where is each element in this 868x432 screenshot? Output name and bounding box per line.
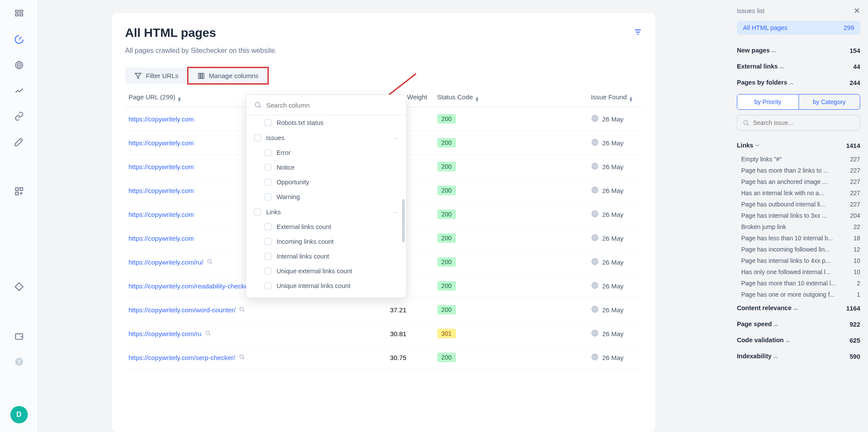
checkbox-icon[interactable] <box>264 268 271 275</box>
issue-item[interactable]: Page has an anchored image ...227 <box>737 176 860 187</box>
checkbox-icon[interactable] <box>264 164 271 171</box>
target-icon <box>591 138 599 147</box>
issue-group[interactable]: Indexability ︿590 <box>737 348 860 364</box>
sort-icon[interactable] <box>634 28 642 38</box>
dropdown-scrollbar[interactable] <box>402 199 405 242</box>
nav-link-icon[interactable] <box>14 111 24 121</box>
column-option[interactable]: Opportunity <box>246 175 406 190</box>
column-group[interactable]: Issues︿ <box>246 130 406 145</box>
column-group[interactable]: Links︿ <box>246 204 406 219</box>
nav-trend-icon[interactable] <box>14 85 24 96</box>
nav-diamond-icon[interactable] <box>14 281 24 292</box>
checkbox-icon[interactable] <box>264 179 271 186</box>
column-search[interactable] <box>246 95 406 115</box>
issue-item[interactable]: Page has more than 2 links to ...227 <box>737 165 860 176</box>
issue-search[interactable] <box>737 115 860 131</box>
svg-line-65 <box>259 106 261 108</box>
issue-item[interactable]: Page has internal links to 4xx p...10 <box>737 255 860 266</box>
checkbox-icon[interactable] <box>264 193 271 200</box>
checkbox-icon[interactable] <box>264 223 271 230</box>
issue-group[interactable]: Links ﹀1414 <box>737 137 860 154</box>
issue-item[interactable]: Page has less than 10 internal b...18 <box>737 232 860 244</box>
status-badge: 200 <box>437 233 456 243</box>
all-html-pages-pill[interactable]: All HTML pages 299 <box>737 21 860 35</box>
issue-item[interactable]: Broken jump link22 <box>737 221 860 232</box>
checkbox-icon[interactable] <box>264 238 271 245</box>
summary-row[interactable]: External links ︿44 <box>737 59 860 75</box>
page-url-link[interactable]: https://copywritely.com/serp-checker/ <box>129 354 235 361</box>
nav-wallet-icon[interactable] <box>14 331 24 341</box>
issue-item[interactable]: Page has incoming followed lin...12 <box>737 244 860 255</box>
svg-point-28 <box>594 166 595 167</box>
page-url-link[interactable]: https://copywritely.com/ru/ <box>129 259 203 266</box>
page-url-link[interactable]: https://copywritely.com <box>129 163 194 170</box>
issue-item[interactable]: Page has outbound internal li...227 <box>737 199 860 210</box>
svg-point-58 <box>240 355 243 358</box>
svg-rect-8 <box>20 188 22 190</box>
column-option[interactable]: Robots.txt status <box>246 115 406 130</box>
page-url-link[interactable]: https://copywritely.com <box>129 187 194 194</box>
column-option[interactable]: Internal links count <box>246 249 406 264</box>
magnify-icon[interactable] <box>207 259 213 266</box>
checkbox-icon[interactable] <box>264 282 271 289</box>
page-url-link[interactable]: https://copywritely.com/readability-chec… <box>129 282 252 290</box>
table-row: https://copywritely.com/word-counter/37.… <box>125 298 642 322</box>
issue-item[interactable]: Has only one followed internal l...10 <box>737 266 860 278</box>
avatar[interactable]: D <box>10 406 28 423</box>
svg-rect-9 <box>15 192 18 195</box>
tab-by-category[interactable]: by Category <box>799 95 860 109</box>
issue-group[interactable]: Code validation ︿625 <box>737 332 860 348</box>
column-option[interactable]: Warning <box>246 190 406 204</box>
column-option[interactable]: External links count <box>246 219 406 234</box>
tab-by-priority[interactable]: by Priority <box>737 95 799 109</box>
nav-speed-icon[interactable] <box>14 34 24 45</box>
status-badge: 200 <box>437 138 456 147</box>
issue-search-input[interactable] <box>753 119 855 126</box>
nav-help-icon[interactable]: ? <box>14 357 24 367</box>
nav-apps-icon[interactable] <box>14 186 24 196</box>
summary-row[interactable]: New pages ︿154 <box>737 43 860 59</box>
issue-item[interactable]: Has an internal link with no a...227 <box>737 187 860 199</box>
page-url-link[interactable]: https://copywritely.com/word-counter/ <box>129 306 235 314</box>
page-url-link[interactable]: https://copywritely.com <box>129 139 194 147</box>
column-option[interactable]: Unique external links count <box>246 264 406 278</box>
issue-item[interactable]: Empty links "#"227 <box>737 154 860 165</box>
page-url-link[interactable]: https://copywritely.com/ru <box>129 330 201 337</box>
col-issue-header[interactable]: Issue Found▲▼ <box>591 93 642 101</box>
nav-target-icon[interactable] <box>14 60 24 70</box>
filter-urls-button[interactable]: Filter URLs <box>125 68 188 84</box>
target-icon <box>591 162 599 171</box>
issue-date: 26 May <box>602 139 624 147</box>
issue-group[interactable]: Page speed ︿922 <box>737 316 860 332</box>
svg-rect-2 <box>15 14 18 16</box>
svg-point-47 <box>594 285 595 286</box>
nav-dashboard-icon[interactable] <box>14 9 24 19</box>
column-option[interactable]: Error <box>246 145 406 160</box>
manage-columns-button[interactable]: Manage columns <box>188 68 268 84</box>
column-search-input[interactable] <box>266 101 398 109</box>
page-url-link[interactable]: https://copywritely.com <box>129 235 194 242</box>
col-status-header[interactable]: Status Code▲▼ <box>437 93 591 101</box>
checkbox-icon[interactable] <box>254 209 261 216</box>
issue-date: 26 May <box>602 115 624 123</box>
status-badge: 200 <box>437 162 456 171</box>
close-icon[interactable]: ✕ <box>854 6 860 16</box>
issue-item[interactable]: Page has more than 10 external l...2 <box>737 278 860 289</box>
magnify-icon[interactable] <box>239 306 245 314</box>
checkbox-icon[interactable] <box>264 119 271 126</box>
summary-row[interactable]: Pages by folders ︿244 <box>737 75 860 91</box>
column-option[interactable]: Notice <box>246 160 406 175</box>
checkbox-icon[interactable] <box>264 149 271 156</box>
magnify-icon[interactable] <box>205 330 211 337</box>
checkbox-icon[interactable] <box>254 134 261 141</box>
page-url-link[interactable]: https://copywritely.com <box>129 115 194 123</box>
column-option[interactable]: Unique internal links count <box>246 278 406 293</box>
page-url-link[interactable]: https://copywritely.com <box>129 211 194 218</box>
checkbox-icon[interactable] <box>264 253 271 260</box>
magnify-icon[interactable] <box>239 354 245 361</box>
issue-item[interactable]: Page has one or more outgoing f...1 <box>737 289 860 300</box>
nav-magic-icon[interactable] <box>14 137 24 147</box>
issue-group[interactable]: Content relevance ︿1164 <box>737 300 860 316</box>
column-option[interactable]: Incoming links count <box>246 234 406 249</box>
issue-item[interactable]: Page has internal links to 3xx ...204 <box>737 210 860 221</box>
